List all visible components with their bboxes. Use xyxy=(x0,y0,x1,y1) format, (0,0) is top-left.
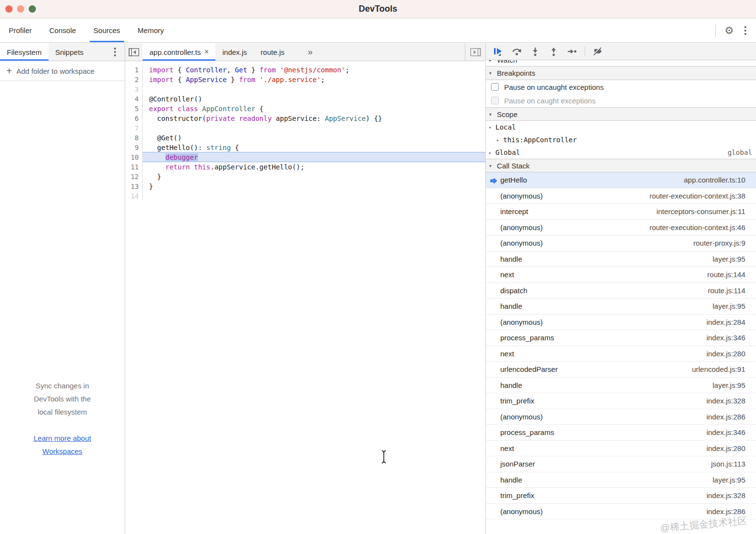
code-line: 13} xyxy=(125,182,485,191)
settings-gear-icon[interactable]: ⚙ xyxy=(724,25,734,35)
line-number[interactable]: 10 xyxy=(125,152,143,162)
collapse-arrow-icon: ▸ xyxy=(489,60,494,63)
editor-tab-route-js[interactable]: route.js xyxy=(254,43,291,61)
call-stack-frame[interactable]: (anonymous)router-execution-context.js:4… xyxy=(486,220,756,236)
section-scope[interactable]: ▾ Scope xyxy=(486,107,756,121)
debugger-toolbar xyxy=(486,43,756,60)
frame-function: next xyxy=(500,350,514,358)
line-number[interactable]: 2 xyxy=(125,75,143,84)
code-line: 11 return this.appService.getHello(); xyxy=(125,162,485,172)
call-stack-frame[interactable]: urlencodedParserurlencoded.js:91 xyxy=(486,362,756,378)
line-number[interactable]: 9 xyxy=(125,143,143,152)
sources-panel: FilesystemSnippets + Add folder to works… xyxy=(0,43,756,534)
frame-location: interceptors-consumer.js:11 xyxy=(657,207,745,216)
code-token: AppService xyxy=(325,115,365,122)
line-number[interactable]: 11 xyxy=(125,162,143,172)
step-out-icon[interactable] xyxy=(546,45,561,58)
call-stack-frame[interactable]: process_paramsindex.js:346 xyxy=(486,425,756,441)
code-token: Get xyxy=(235,66,247,74)
call-stack-frame[interactable]: (anonymous)index.js:284 xyxy=(486,315,756,331)
frame-location: layer.js:95 xyxy=(712,302,745,310)
close-tab-icon[interactable]: × xyxy=(204,48,209,56)
scope-local-row[interactable]: ▾ Local xyxy=(486,121,756,134)
editor-tab-index-js[interactable]: index.js xyxy=(215,43,254,61)
line-number[interactable]: 7 xyxy=(125,123,143,133)
call-stack-frame[interactable]: (anonymous)router-proxy.js:9 xyxy=(486,235,756,251)
call-stack-frame[interactable]: jsonParserjson.js:113 xyxy=(486,456,756,472)
section-watch[interactable]: ▸ Watch xyxy=(486,60,756,67)
code-token: @Controller() xyxy=(149,95,202,103)
code-editor[interactable]: 1import { Controller, Get } from '@nestj… xyxy=(125,61,485,534)
code-token: } xyxy=(149,173,161,181)
code-line-text: } xyxy=(143,182,485,191)
code-token: , xyxy=(227,66,235,74)
navigator-tab-filesystem[interactable]: Filesystem xyxy=(0,43,49,61)
call-stack-frame[interactable]: dispatchroute.js:114 xyxy=(486,283,756,299)
scope-global-row[interactable]: ▸ Global global xyxy=(486,146,756,159)
tab-console[interactable]: Console xyxy=(41,18,85,42)
line-number[interactable]: 3 xyxy=(125,84,143,94)
call-stack-frame[interactable]: nextroute.js:144 xyxy=(486,267,756,283)
call-stack-frame[interactable]: nextindex.js:280 xyxy=(486,441,756,457)
step-icon[interactable] xyxy=(564,45,580,58)
frame-location: index.js:284 xyxy=(707,318,745,326)
code-token: } xyxy=(247,66,259,74)
deactivate-breakpoints-icon[interactable] xyxy=(590,45,606,58)
resume-script-icon[interactable] xyxy=(491,45,506,58)
scope-this-row[interactable]: ▸ this: AppController xyxy=(486,134,756,146)
code-token xyxy=(174,105,178,113)
breakpoint-option-label: Pause on caught exceptions xyxy=(504,97,595,105)
line-number[interactable]: 13 xyxy=(125,182,143,191)
line-number[interactable]: 14 xyxy=(125,191,143,201)
call-stack-frame[interactable]: (anonymous)index.js:286 xyxy=(486,504,756,520)
code-token: string xyxy=(206,144,231,151)
more-tabs-icon[interactable]: » xyxy=(302,43,318,61)
learn-more-workspaces-link[interactable]: Learn more aboutWorkspaces xyxy=(0,432,125,458)
breakpoints-label: Breakpoints xyxy=(497,69,535,77)
code-lines: 1import { Controller, Get } from '@nestj… xyxy=(125,65,485,201)
line-number[interactable]: 5 xyxy=(125,104,143,114)
more-options-icon[interactable] xyxy=(742,24,748,37)
line-number[interactable]: 12 xyxy=(125,172,143,182)
call-stack-frame[interactable]: handlelayer.js:95 xyxy=(486,472,756,488)
navigator-tab-snippets[interactable]: Snippets xyxy=(49,43,90,61)
call-stack-frame[interactable]: getHelloapp.controller.ts:10 xyxy=(486,172,756,188)
line-number[interactable]: 6 xyxy=(125,114,143,123)
call-stack-frame[interactable]: handlelayer.js:95 xyxy=(486,251,756,267)
call-stack-frame[interactable]: (anonymous)index.js:286 xyxy=(486,409,756,425)
tab-sources[interactable]: Sources xyxy=(85,18,129,42)
navigator-more-icon[interactable] xyxy=(112,43,125,61)
breakpoint-option[interactable]: Pause on uncaught exceptions xyxy=(486,80,756,94)
call-stack-frame[interactable]: interceptinterceptors-consumer.js:11 xyxy=(486,204,756,220)
frame-function: (anonymous) xyxy=(500,239,543,247)
line-number[interactable]: 8 xyxy=(125,133,143,143)
section-call-stack[interactable]: ▾ Call Stack xyxy=(486,159,756,172)
section-breakpoints[interactable]: ▾ Breakpoints xyxy=(486,67,756,80)
line-number[interactable]: 4 xyxy=(125,94,143,104)
code-token: private xyxy=(206,115,235,122)
call-stack-frame[interactable]: (anonymous)router-execution-context.js:3… xyxy=(486,188,756,204)
code-token: AppController xyxy=(202,105,256,113)
editor-tab-app-controller-ts[interactable]: app.controller.ts× xyxy=(143,43,215,61)
call-stack-frame[interactable]: handlelayer.js:95 xyxy=(486,299,756,315)
toggle-debugger-pane-icon[interactable] xyxy=(465,43,485,61)
step-into-icon[interactable] xyxy=(527,45,543,58)
call-stack-frame[interactable]: process_paramsindex.js:346 xyxy=(486,330,756,346)
tab-memory[interactable]: Memory xyxy=(129,18,173,42)
add-folder-button[interactable]: + Add folder to workspace xyxy=(0,61,125,81)
call-stack-frame[interactable]: trim_prefixindex.js:328 xyxy=(486,488,756,504)
frame-location: router-execution-context.js:46 xyxy=(649,223,745,232)
sync-text: Sync changes inDevTools with thelocal fi… xyxy=(0,379,125,418)
tab-profiler[interactable]: Profiler xyxy=(0,18,41,42)
breakpoint-option[interactable]: Pause on caught exceptions xyxy=(486,94,756,107)
step-over-icon[interactable] xyxy=(509,45,525,58)
code-line: 2import { AppService } from './app.servi… xyxy=(125,75,485,84)
code-line-text: getHello(): string { xyxy=(143,143,485,152)
call-stack-frame[interactable]: handlelayer.js:95 xyxy=(486,378,756,394)
checkbox-icon[interactable] xyxy=(491,83,499,91)
editor-tab-label: app.controller.ts xyxy=(149,48,201,56)
call-stack-frame[interactable]: trim_prefixindex.js:328 xyxy=(486,393,756,409)
call-stack-frame[interactable]: nextindex.js:280 xyxy=(486,346,756,362)
line-number[interactable]: 1 xyxy=(125,65,143,75)
toggle-navigator-pane-icon[interactable] xyxy=(125,43,143,61)
